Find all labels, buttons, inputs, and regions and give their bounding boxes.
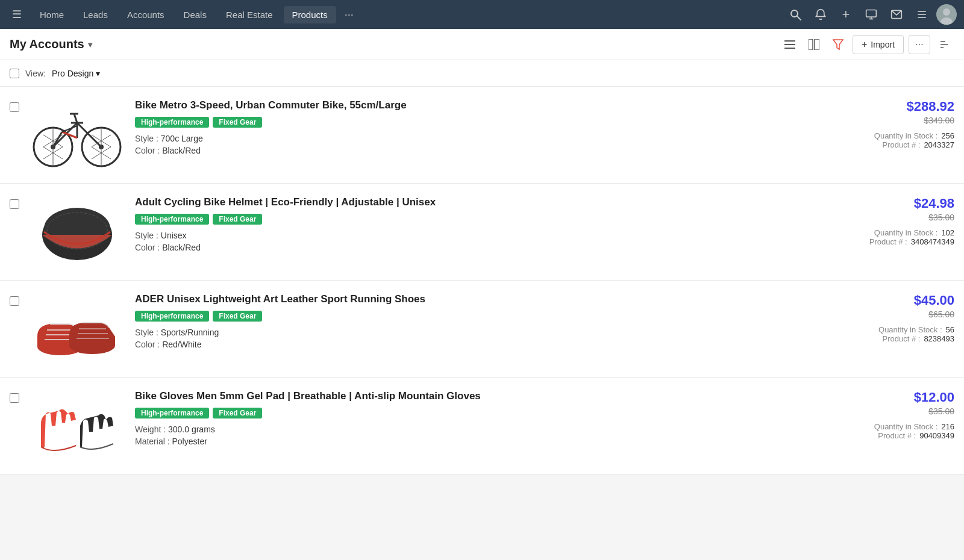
product-item[interactable]: Bike Metro 3-Speed, Urban Commuter Bike,… <box>0 87 964 184</box>
product-attrs: Style : Sports/Running Color : Red/White <box>135 328 824 349</box>
product-num-row: Product # : 2043327 <box>834 140 954 149</box>
search-icon[interactable] <box>784 4 806 25</box>
attr-label: Color : <box>135 243 162 252</box>
product-attrs: Style : Unisex Color : Black/Red <box>135 231 824 252</box>
product-tag: High-performance <box>135 117 209 128</box>
price-current: $288.92 <box>834 99 954 114</box>
price-meta: Quantity in Stock : 102 Product # : 3408… <box>834 228 954 246</box>
product-info: Bike Metro 3-Speed, Urban Commuter Bike,… <box>135 99 824 155</box>
svg-line-1 <box>797 16 801 20</box>
view-value: Pro Design <box>52 69 93 78</box>
nav-item-leads[interactable]: Leads <box>75 6 116 23</box>
more-options-button[interactable]: ··· <box>909 35 930 54</box>
view-selector[interactable]: Pro Design ▾ <box>52 69 100 78</box>
quantity-label: Quantity in Stock : <box>874 228 938 237</box>
hamburger-menu-icon[interactable]: ☰ <box>7 5 27 24</box>
mail-icon[interactable] <box>886 4 907 25</box>
product-tag: Fixed Gear <box>213 311 262 322</box>
product-item[interactable]: ADER Unisex Lightweight Art Leather Spor… <box>0 281 964 378</box>
attr-value: Sports/Running <box>161 328 219 337</box>
product-num-label: Product # : <box>869 237 907 246</box>
svg-rect-2 <box>866 10 877 17</box>
svg-rect-15 <box>809 39 813 50</box>
import-button[interactable]: + Import <box>853 35 904 54</box>
product-item[interactable]: Bike Gloves Men 5mm Gel Pad | Breathable… <box>0 378 964 474</box>
price-original: $35.00 <box>834 213 954 222</box>
product-price: $12.00 $35.00 Quantity in Stock : 216 Pr… <box>834 390 954 440</box>
product-item[interactable]: Adult Cycling Bike Helmet | Eco-Friendly… <box>0 184 964 281</box>
product-num-value: 2043327 <box>924 140 954 149</box>
product-attribute: Style : Sports/Running <box>135 328 824 337</box>
price-meta: Quantity in Stock : 56 Product # : 82384… <box>834 325 954 343</box>
attr-label: Style : <box>135 328 161 337</box>
quantity-label: Quantity in Stock : <box>874 131 938 140</box>
quantity-label: Quantity in Stock : <box>874 422 938 431</box>
nav-icons-group: + <box>784 4 957 25</box>
product-num-row: Product # : 8238493 <box>834 334 954 343</box>
nav-more-button[interactable]: ··· <box>339 5 360 25</box>
user-avatar[interactable] <box>936 4 957 25</box>
product-num-value: 3408474349 <box>911 237 954 246</box>
select-all-checkbox[interactable] <box>10 69 19 78</box>
attr-value: 700c Large <box>161 134 203 143</box>
monitor-icon[interactable] <box>860 4 882 25</box>
attr-value: Unisex <box>161 231 187 240</box>
quantity-row: Quantity in Stock : 256 <box>834 131 954 140</box>
svg-marker-17 <box>833 40 843 49</box>
price-current: $45.00 <box>834 293 954 308</box>
product-checkbox[interactable] <box>10 393 19 403</box>
product-checkbox[interactable] <box>10 102 19 112</box>
plus-icon-small: + <box>862 39 867 50</box>
filter-icon[interactable] <box>828 35 848 54</box>
price-current: $12.00 <box>834 390 954 405</box>
quantity-value: 256 <box>941 131 954 140</box>
svg-rect-16 <box>815 39 819 50</box>
product-attribute: Style : Unisex <box>135 231 824 240</box>
product-image <box>29 293 125 365</box>
price-meta: Quantity in Stock : 256 Product # : 2043… <box>834 131 954 149</box>
product-info: Bike Gloves Men 5mm Gel Pad | Breathable… <box>135 390 824 446</box>
product-name: Adult Cycling Bike Helmet | Eco-Friendly… <box>135 196 824 209</box>
my-accounts-label: My Accounts <box>10 37 84 51</box>
product-price: $45.00 $65.00 Quantity in Stock : 56 Pro… <box>834 293 954 343</box>
sub-header: My Accounts ▾ + Import ··· <box>0 29 964 60</box>
attr-value: Black/Red <box>162 146 201 155</box>
product-num-value: 8238493 <box>924 334 954 343</box>
nav-item-accounts[interactable]: Accounts <box>119 6 173 23</box>
product-price: $288.92 $349.00 Quantity in Stock : 256 … <box>834 99 954 149</box>
attr-value: Black/Red <box>162 243 201 252</box>
product-checkbox[interactable] <box>10 199 19 209</box>
product-attribute: Color : Black/Red <box>135 243 824 252</box>
attr-label: Color : <box>135 340 162 349</box>
attr-label: Style : <box>135 231 161 240</box>
nav-item-products[interactable]: Products <box>284 6 336 23</box>
my-accounts-title[interactable]: My Accounts ▾ <box>10 37 92 51</box>
product-num-row: Product # : 3408474349 <box>834 237 954 246</box>
list-view-icon[interactable] <box>780 35 800 54</box>
quantity-row: Quantity in Stock : 102 <box>834 228 954 237</box>
product-attribute: Color : Black/Red <box>135 146 824 155</box>
tools-icon[interactable] <box>911 4 933 25</box>
nav-item-real-estate[interactable]: Real Estate <box>218 6 281 23</box>
quantity-value: 216 <box>941 422 954 431</box>
product-num-label: Product # : <box>883 334 921 343</box>
product-num-value: 90409349 <box>919 431 954 440</box>
add-icon[interactable]: + <box>835 4 857 25</box>
sub-header-actions: + Import ··· <box>780 35 954 54</box>
nav-item-deals[interactable]: Deals <box>175 6 215 23</box>
product-attribute: Weight : 300.0 grams <box>135 425 824 434</box>
product-list: Bike Metro 3-Speed, Urban Commuter Bike,… <box>0 87 964 474</box>
price-original: $349.00 <box>834 116 954 125</box>
my-accounts-chevron: ▾ <box>88 40 92 49</box>
sort-icon[interactable] <box>935 35 954 54</box>
kanban-view-icon[interactable] <box>804 35 824 54</box>
product-image <box>29 99 125 171</box>
bell-icon[interactable] <box>810 4 831 25</box>
product-checkbox[interactable] <box>10 296 19 306</box>
nav-item-home[interactable]: Home <box>31 6 72 23</box>
product-name: Bike Metro 3-Speed, Urban Commuter Bike,… <box>135 99 824 112</box>
product-tags: High-performanceFixed Gear <box>135 214 824 225</box>
price-current: $24.98 <box>834 196 954 211</box>
product-num-label: Product # : <box>878 431 916 440</box>
quantity-row: Quantity in Stock : 56 <box>834 325 954 334</box>
